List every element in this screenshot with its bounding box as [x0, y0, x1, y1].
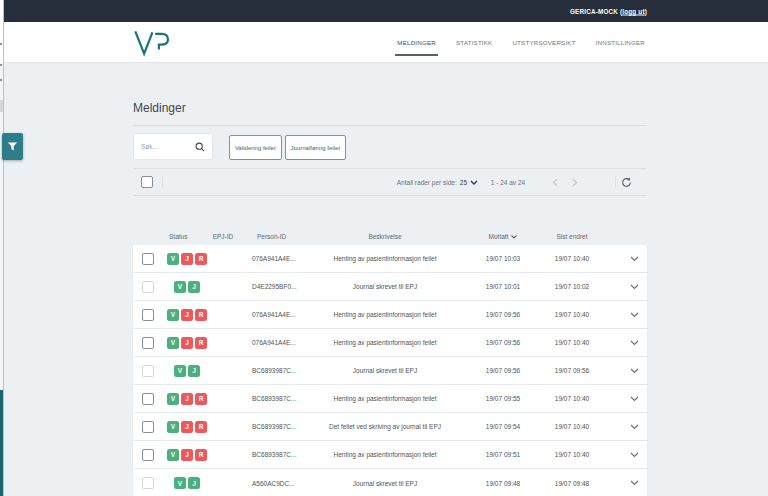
filter-chip-0[interactable]: Validering feilet — [229, 135, 282, 160]
status-badge-R: R — [195, 393, 207, 405]
row-expand-button[interactable] — [603, 424, 647, 430]
status-badge-V: V — [174, 365, 186, 377]
page-title: Meldinger — [133, 63, 647, 125]
status-badge-V: V — [167, 253, 179, 265]
status-badge-J: J — [188, 477, 200, 489]
row-person-id: BC6893987C... — [235, 395, 305, 402]
col-epj-id[interactable]: EPJ-ID — [211, 233, 235, 240]
status-badge-V: V — [174, 477, 186, 489]
col-sist-endret[interactable]: Sist endret — [541, 233, 603, 240]
row-expand-button[interactable] — [603, 368, 647, 374]
row-status: VJR — [163, 421, 211, 433]
refresh-button[interactable] — [621, 169, 632, 195]
status-badge-V: V — [167, 393, 179, 405]
row-checkbox[interactable] — [133, 421, 163, 433]
row-person-id: 076A941A4E... — [235, 255, 305, 262]
table-row[interactable]: VJRBC6893987C...Henting av pasientinform… — [133, 441, 647, 469]
row-checkbox[interactable] — [133, 253, 163, 265]
col-person-id[interactable]: Person-ID — [235, 233, 305, 240]
row-sist-endret: 19/07 10:40 — [541, 255, 603, 262]
row-status: VJR — [163, 449, 211, 461]
app-header: MELDINGERSTATISTIKKUTSTYRSOVERSIKTINNSTI… — [4, 22, 768, 63]
status-badge-V: V — [167, 337, 179, 349]
row-beskrivelse: Henting av pasientinformasjon feilet — [305, 451, 465, 458]
row-person-id: D4E2295BF0... — [235, 283, 305, 290]
row-expand-button[interactable] — [603, 284, 647, 290]
row-checkbox[interactable] — [133, 365, 163, 377]
topbar: GERICA-MOCK (logg ut) — [4, 0, 768, 22]
row-expand-button[interactable] — [603, 256, 647, 262]
row-expand-button[interactable] — [603, 312, 647, 318]
row-checkbox[interactable] — [133, 477, 163, 489]
row-expand-button[interactable] — [603, 480, 647, 486]
row-sist-endret: 19/07 09:48 — [541, 480, 603, 487]
nav-statistikk[interactable]: STATISTIKK — [456, 22, 493, 62]
row-mottatt: 19/07 09:48 — [465, 480, 541, 487]
search-icon — [195, 142, 205, 152]
row-checkbox[interactable] — [133, 281, 163, 293]
table-row[interactable]: VJBC6893987C...Journal skrevet til EPJ19… — [133, 357, 647, 385]
row-status: VJ — [163, 365, 211, 377]
row-status: VJR — [163, 393, 211, 405]
row-mottatt: 19/07 09:56 — [465, 311, 541, 318]
collapsed-drawer-edge — [0, 0, 4, 496]
status-badge-J: J — [181, 337, 193, 349]
status-badge-V: V — [167, 309, 179, 321]
table-row[interactable]: VJR076A941A4E...Henting av pasientinform… — [133, 301, 647, 329]
row-checkbox[interactable] — [133, 449, 163, 461]
row-expand-button[interactable] — [603, 452, 647, 458]
row-expand-button[interactable] — [603, 396, 647, 402]
table-row[interactable]: VJR076A941A4E...Henting av pasientinform… — [133, 329, 647, 357]
logout-link[interactable]: logg ut — [622, 8, 644, 15]
row-checkbox[interactable] — [133, 337, 163, 349]
search-input[interactable] — [141, 143, 193, 150]
col-mottatt[interactable]: Mottatt — [465, 233, 541, 240]
row-person-id: 076A941A4E... — [235, 311, 305, 318]
table-row[interactable]: VJRBC6893987C...Det feilet ved skriving … — [133, 413, 647, 441]
row-person-id: BC6893987C... — [235, 367, 305, 374]
table-row[interactable]: VJD4E2295BF0...Journal skrevet til EPJ19… — [133, 273, 647, 301]
row-beskrivelse: Journal skrevet til EPJ — [305, 283, 465, 290]
status-badge-R: R — [195, 309, 207, 321]
row-status: VJR — [163, 309, 211, 321]
row-checkbox[interactable] — [133, 393, 163, 405]
row-mottatt: 19/07 09:56 — [465, 367, 541, 374]
table-toolbar: Antall rader per side: 25 1 - 24 av 24 — [133, 168, 647, 196]
status-badge-J: J — [181, 421, 193, 433]
rows-per-page[interactable]: Antall rader per side: 25 — [397, 169, 478, 195]
select-all-checkbox[interactable] — [141, 176, 153, 188]
status-badge-J: J — [181, 309, 193, 321]
filter-button[interactable] — [2, 133, 23, 160]
nav-meldinger[interactable]: MELDINGER — [397, 22, 436, 62]
table-row[interactable]: VJRBC6893987C...Henting av pasientinform… — [133, 385, 647, 413]
status-badge-J: J — [181, 253, 193, 265]
table-row[interactable]: VJA560AC9DC...Journal skrevet til EPJ19/… — [133, 469, 647, 496]
row-mottatt: 19/07 10:01 — [465, 283, 541, 290]
filter-chip-1[interactable]: Journalføring feilet — [285, 135, 346, 160]
prev-page-button[interactable] — [552, 169, 558, 195]
sort-desc-icon — [511, 235, 517, 239]
next-page-button[interactable] — [572, 169, 578, 195]
row-mottatt: 19/07 09:51 — [465, 451, 541, 458]
search-input-wrap — [133, 133, 213, 160]
funnel-icon — [7, 141, 18, 152]
row-checkbox[interactable] — [133, 309, 163, 321]
row-person-id: BC6893987C... — [235, 451, 305, 458]
nav-innstillinger[interactable]: INNSTILLINGER — [596, 22, 645, 62]
col-status[interactable]: Status — [163, 233, 211, 240]
col-beskrivelse[interactable]: Beskrivelse — [305, 233, 465, 240]
tenant-name: GERICA-MOCK — [570, 8, 618, 15]
row-sist-endret: 19/07 10:02 — [541, 283, 603, 290]
table-row[interactable]: VJR076A941A4E...Henting av pasientinform… — [133, 245, 647, 273]
row-beskrivelse: Journal skrevet til EPJ — [305, 480, 465, 487]
status-badge-J: J — [181, 393, 193, 405]
status-badge-J: J — [181, 449, 193, 461]
status-badge-J: J — [188, 281, 200, 293]
status-badge-V: V — [167, 421, 179, 433]
row-beskrivelse: Henting av pasientinformasjon feilet — [305, 311, 465, 318]
table-header: Status EPJ-ID Person-ID Beskrivelse Mott… — [133, 228, 647, 245]
row-mottatt: 19/07 09:55 — [465, 395, 541, 402]
nav-utstyrsoversikt[interactable]: UTSTYRSOVERSIKT — [512, 22, 575, 62]
row-expand-button[interactable] — [603, 340, 647, 346]
row-status: VJ — [163, 477, 211, 489]
